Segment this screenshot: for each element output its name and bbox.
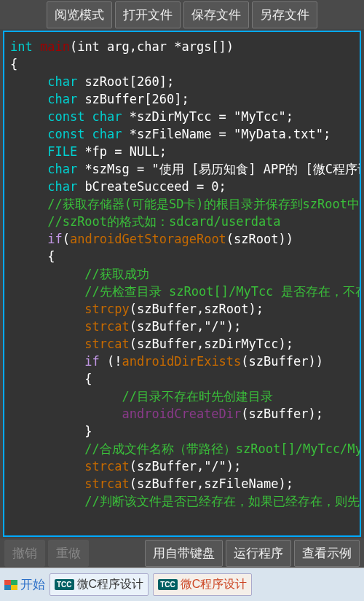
code-text: (! <box>100 354 122 369</box>
keyword-const-char: const char <box>47 127 122 141</box>
code-text: *szDirMyTcc = "MyTcc"; <box>122 109 293 124</box>
code-text: *szMsg = "使用 [易历知食] APP的 [微C程序设计 <box>77 162 361 176</box>
code-text: (szBuffer,"/"); <box>130 459 242 474</box>
keyword-file: FILE <box>47 144 77 159</box>
comment: //目录不存在时先创建目录 <box>122 389 273 404</box>
comment: //获取存储器(可能是SD卡)的根目录并保存到szRoot中 <box>47 197 360 211</box>
code-text: (szBuffer,szRoot); <box>130 302 264 316</box>
code-text: (szBuffer)) <box>241 354 323 369</box>
keyword-if: if <box>47 232 62 246</box>
keyword-char: char <box>47 162 77 176</box>
code-text: (int arg,char *args[]) <box>70 39 234 54</box>
keyword-char: char <box>47 179 77 194</box>
comment: //先检查目录 szRoot[]/MyTcc 是否存在，不存在贝 <box>84 284 361 299</box>
comment: //获取成功 <box>84 267 149 281</box>
fn-android-get-storage-root: androidGetStorageRoot <box>70 232 226 246</box>
windows-flag-icon <box>4 580 17 590</box>
save-file-button[interactable]: 保存文件 <box>183 1 249 28</box>
keyword-const-char: const char <box>47 109 122 124</box>
redo-button[interactable]: 重做 <box>48 540 89 567</box>
code-text: (szBuffer,szDirMyTcc); <box>130 337 293 351</box>
tcc-badge-icon: TCC <box>55 579 74 590</box>
examples-button[interactable]: 查看示例 <box>294 540 360 567</box>
open-file-button[interactable]: 打开文件 <box>115 1 181 28</box>
taskbar-item-2[interactable]: TCC 微C程序设计 <box>153 573 252 596</box>
keyword-if: if <box>84 354 99 369</box>
taskbar-item-label: 微C程序设计 <box>181 577 248 592</box>
code-text: (szBuffer); <box>241 406 323 421</box>
keyword-char: char <box>47 74 77 89</box>
code-text: bCreateSucceed = 0; <box>77 179 226 194</box>
brace-open: { <box>84 372 92 386</box>
view-mode-button[interactable]: 阅览模式 <box>47 1 112 28</box>
code-text: ( <box>63 232 70 246</box>
taskbar: 开始 TCC 微C程序设计 TCC 微C程序设计 <box>0 567 364 601</box>
start-label: 开始 <box>20 576 45 593</box>
keyword-char: char <box>47 92 77 106</box>
start-button[interactable]: 开始 <box>4 576 45 593</box>
fn-main: main <box>40 39 70 54</box>
comment: //szRoot的格式如：sdcard/userdata <box>47 214 280 229</box>
run-button[interactable]: 运行程序 <box>226 540 291 567</box>
fn-strcat: strcat <box>84 337 129 351</box>
fn-strcpy: strcpy <box>84 302 129 316</box>
code-editor[interactable]: int main(int arg,char *args[]) { char sz… <box>3 31 361 537</box>
brace-close: } <box>84 424 92 439</box>
fn-strcat: strcat <box>84 459 129 474</box>
comment: //判断该文件是否已经存在，如果已经存在，则先 <box>84 494 359 508</box>
code-text: *szFileName = "MyData.txt"; <box>122 127 331 141</box>
keyboard-button[interactable]: 用自带键盘 <box>145 540 223 567</box>
code-text: (szBuffer,"/"); <box>130 319 242 334</box>
fn-strcat: strcat <box>84 319 129 334</box>
keyword-int: int <box>10 39 40 54</box>
top-toolbar: 阅览模式 打开文件 保存文件 另存文件 <box>0 0 364 29</box>
code-text: (szBuffer,szFileName); <box>130 476 293 491</box>
fn-strcat: strcat <box>84 476 129 491</box>
comment: //合成文件名称（带路径）szRoot[]/MyTcc/MyDa <box>84 441 361 456</box>
code-text: szBuffer[260]; <box>77 92 189 106</box>
brace-open: { <box>47 249 55 264</box>
fn-android-create-dir: androidCreateDir <box>122 406 242 421</box>
save-as-button[interactable]: 另存文件 <box>252 1 317 28</box>
fn-android-dir-exists: androidDirExists <box>122 354 242 369</box>
undo-button[interactable]: 撤销 <box>4 540 45 567</box>
bottom-toolbar: 撤销 重做 用自带键盘 运行程序 查看示例 <box>0 538 364 567</box>
code-text: szRoot[260]; <box>77 74 174 89</box>
code-text: *fp = NULL; <box>77 144 167 159</box>
taskbar-item-1[interactable]: TCC 微C程序设计 <box>50 573 149 596</box>
code-text: (szRoot)) <box>226 232 293 246</box>
brace-open: { <box>10 55 354 73</box>
taskbar-item-label: 微C程序设计 <box>77 577 144 592</box>
tcc-badge-icon: TCC <box>158 579 178 590</box>
